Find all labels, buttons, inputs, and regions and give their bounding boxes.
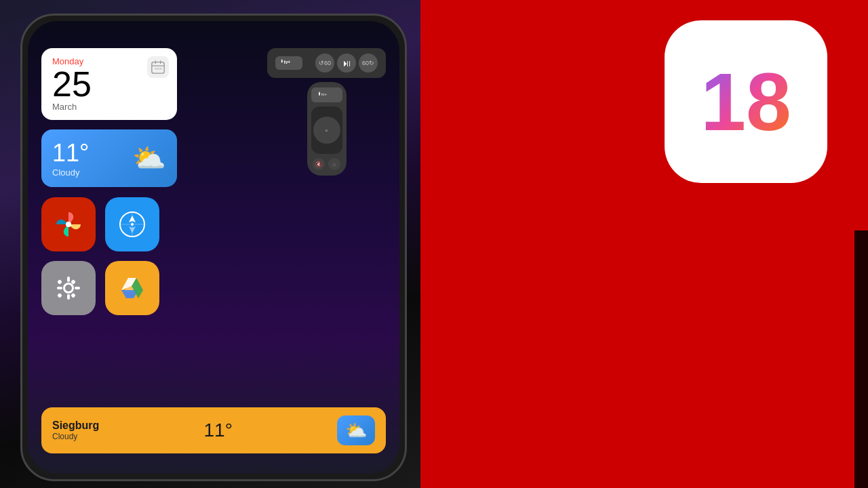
calendar-month: March bbox=[52, 102, 166, 112]
svg-rect-22 bbox=[57, 293, 62, 298]
drive-app-icon[interactable] bbox=[105, 261, 159, 315]
weather-info: 11° Cloudy bbox=[52, 139, 89, 178]
svg-point-9 bbox=[66, 222, 71, 227]
weather-city: Siegburg bbox=[52, 420, 99, 432]
skip-forward-button[interactable]: 60↻ bbox=[359, 54, 378, 73]
svg-text:tv+: tv+ bbox=[284, 60, 291, 64]
appletv-logo: tv+ bbox=[275, 56, 302, 70]
svg-rect-19 bbox=[75, 287, 80, 289]
phone-frame: Monday 25 March bbox=[20, 14, 407, 481]
app-grid bbox=[41, 197, 159, 315]
skip-back-button[interactable]: ↺60 bbox=[315, 54, 334, 73]
svg-point-15 bbox=[65, 285, 72, 291]
appletv-widget[interactable]: tv+ ↺60 ⏯ 60↻ bbox=[267, 48, 386, 78]
bottom-weather-location: Siegburg Cloudy bbox=[52, 420, 99, 441]
weather-widget[interactable]: 11° Cloudy ⛅ bbox=[41, 129, 177, 187]
title-area: HOME SCREEN CUSTOMIZATION FEATURES ! bbox=[854, 230, 868, 488]
weather-description: Cloudy bbox=[52, 167, 89, 178]
weather-cloud-icon: ⛅ bbox=[132, 142, 166, 174]
media-controls[interactable]: tv+ ↺60 ⏯ 60↻ bbox=[267, 48, 386, 176]
settings-app-icon[interactable] bbox=[41, 261, 96, 315]
svg-rect-4 bbox=[155, 68, 157, 70]
weather-temperature: 11° bbox=[52, 139, 89, 167]
remote-circle-button[interactable]: ● bbox=[313, 117, 340, 144]
safari-app-icon[interactable] bbox=[105, 197, 159, 251]
svg-rect-18 bbox=[57, 287, 62, 289]
ios18-app-icon: 18 bbox=[665, 20, 827, 183]
svg-rect-5 bbox=[157, 68, 159, 70]
play-pause-button[interactable]: ⏯ bbox=[337, 54, 356, 73]
right-side: 18 HOME SCREEN CUSTOMIZATION FEATURES ! bbox=[420, 0, 868, 488]
remote-home-button[interactable]: ⌂ bbox=[328, 158, 340, 170]
bottom-weather-temp: 11° bbox=[204, 420, 233, 441]
pinwheel-app-icon[interactable] bbox=[41, 197, 96, 251]
bottom-weather-bar[interactable]: Siegburg Cloudy 11° ⛅ bbox=[41, 407, 386, 453]
calendar-widget[interactable]: Monday 25 March bbox=[41, 48, 177, 120]
svg-text:tv+: tv+ bbox=[321, 92, 328, 96]
calendar-icon bbox=[147, 56, 169, 78]
media-buttons[interactable]: ↺60 ⏯ 60↻ bbox=[315, 54, 378, 73]
svg-rect-23 bbox=[71, 293, 76, 298]
remote-appletv-label: tv+ bbox=[311, 87, 342, 102]
svg-rect-20 bbox=[57, 279, 62, 285]
bottom-weather-cloud-icon: ⛅ bbox=[337, 415, 375, 445]
weather-condition: Cloudy bbox=[52, 432, 99, 441]
svg-rect-17 bbox=[67, 294, 70, 300]
phone-screen: Monday 25 March bbox=[28, 21, 399, 474]
remote-mute-button[interactable]: 🔇 bbox=[313, 158, 325, 170]
svg-rect-6 bbox=[160, 68, 162, 70]
apple-tv-remote[interactable]: tv+ ● 🔇 ⌂ bbox=[307, 82, 347, 176]
remote-d-pad[interactable]: ● bbox=[311, 106, 342, 154]
svg-rect-16 bbox=[67, 277, 70, 282]
svg-rect-0 bbox=[152, 62, 164, 74]
ios18-number: 18 bbox=[701, 61, 791, 142]
